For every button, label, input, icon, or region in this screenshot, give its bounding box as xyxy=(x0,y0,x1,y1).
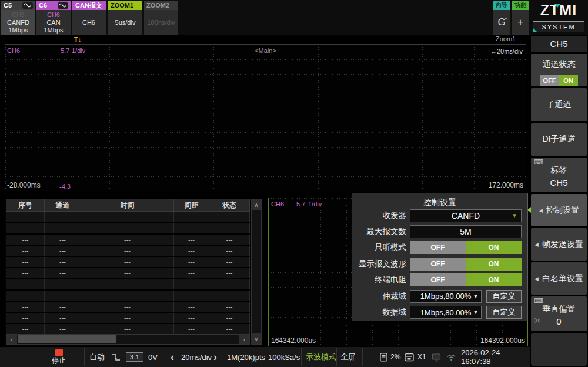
table-cell: --- xyxy=(81,245,174,256)
table-row[interactable]: --------------- xyxy=(6,323,250,335)
tab-c5[interactable]: C5 CH5 CANFD 1Mbps xyxy=(1,1,35,35)
table-row[interactable]: --------------- xyxy=(6,279,250,290)
trigger-source-box[interactable]: 3-1 xyxy=(126,347,143,367)
max-frames-input[interactable]: 5M xyxy=(410,225,522,238)
sidebar-channel-state[interactable]: 通道状态 OFF ON xyxy=(531,54,587,86)
trigger-position-marker[interactable]: T↓ xyxy=(74,36,81,43)
table-cell: --- xyxy=(209,212,250,223)
trigger-mode-auto[interactable]: 自动 xyxy=(89,347,105,367)
trigger-edge-icon xyxy=(111,347,121,367)
tab-can-message-title: CAN报文 xyxy=(75,1,102,10)
transceiver-select[interactable]: CANFD ▼ xyxy=(410,209,522,222)
toggle-on[interactable]: ON xyxy=(466,258,522,271)
max-frames-value: 5M xyxy=(410,225,522,238)
table-row[interactable]: --------------- xyxy=(6,290,250,301)
table-row[interactable]: --------------- xyxy=(6,245,250,256)
record-length-value[interactable]: 1M(20k)pts xyxy=(227,347,265,367)
sample-rate-value[interactable]: 100kSa/s xyxy=(268,347,300,367)
table-cell: --- xyxy=(6,312,45,323)
tab-can-message[interactable]: CAN报文 CH6 xyxy=(72,1,106,35)
table-cell: --- xyxy=(209,234,250,245)
guide-header: 向导 xyxy=(493,1,510,10)
sidebar-tag[interactable]: ⌨ 标签 CH5 xyxy=(531,158,587,192)
table-cell: --- xyxy=(174,323,209,335)
table-row[interactable]: --------------- xyxy=(6,223,250,234)
toggle-on[interactable]: ON xyxy=(466,273,522,286)
table-cell: --- xyxy=(174,223,209,234)
data-field-select[interactable]: 1Mbps,80.00% ▼ xyxy=(410,306,482,319)
table-row[interactable]: --------------- xyxy=(6,234,250,245)
scroll-right-button[interactable]: › xyxy=(239,335,249,344)
table-row[interactable]: --------------- xyxy=(6,268,250,279)
zoom-time-right: 164392.000us xyxy=(480,336,525,345)
toggle-off[interactable]: OFF xyxy=(410,258,466,271)
tab-c6-channel: CH6 xyxy=(36,11,71,19)
scroll-up-button[interactable]: ∧ xyxy=(252,199,261,210)
arbitration-custom-button[interactable]: 自定义 xyxy=(486,290,522,303)
trigger-level-value[interactable]: 0V xyxy=(148,347,158,367)
horizontal-scroll-thumb[interactable] xyxy=(18,335,116,343)
table-cell: --- xyxy=(81,212,174,223)
vertical-scrollbar[interactable]: ∧ ∨ xyxy=(251,199,262,345)
system-button-label: SYSTEM xyxy=(542,24,575,31)
timebase-value[interactable]: 20ms/div xyxy=(181,347,212,367)
table-row[interactable]: --------------- xyxy=(6,256,250,268)
toggle-on[interactable]: ON xyxy=(466,241,522,254)
toggle-off[interactable]: OFF xyxy=(540,75,559,86)
table-cell: --- xyxy=(174,312,209,323)
divider xyxy=(362,348,363,366)
sidebar-di-sub-channel[interactable]: DI子通道 xyxy=(531,123,587,156)
terminal-resistor-toggle[interactable]: OFF ON xyxy=(410,273,522,286)
tab-c5-header: C5 xyxy=(1,1,35,10)
storage-mult-value[interactable]: X1 xyxy=(417,347,426,367)
toggle-off[interactable]: OFF xyxy=(410,241,466,254)
arbitration-value: 1Mbps,80.00% xyxy=(410,290,482,303)
table-row[interactable]: --------------- xyxy=(6,212,250,223)
tab-c5-body: CH5 CANFD 1Mbps xyxy=(1,10,35,35)
main-waveform-area[interactable]: CH6 5.7 1/div <Main> ↔20ms/div -28.000ms… xyxy=(5,44,526,191)
sidebar-sub-channel[interactable]: 子通道 xyxy=(531,88,587,121)
listen-only-toggle[interactable]: OFF ON xyxy=(410,241,522,254)
table-cell: --- xyxy=(209,223,250,234)
scope-mode-label[interactable]: 示波模式 xyxy=(306,347,336,367)
timebase-decrease-button[interactable]: ‹ xyxy=(171,347,174,367)
divider xyxy=(222,348,222,366)
message-list-panel: 序号通道时间间距状态 -----------------------------… xyxy=(5,199,262,346)
scroll-down-button[interactable]: ∨ xyxy=(252,333,261,344)
sidebar-vertical-offset[interactable]: ⌨ Ⓑ 垂直偏置 0 xyxy=(531,296,587,331)
terminal-resistor-row: 终端电阻 OFF ON xyxy=(352,272,527,288)
tab-c5-title: C5 xyxy=(4,2,12,9)
channel-state-toggle[interactable]: OFF ON xyxy=(540,75,578,86)
toggle-off[interactable]: OFF xyxy=(410,273,466,286)
main-trigger-pos: -4.3 xyxy=(59,183,71,190)
system-button[interactable]: SYSTEM xyxy=(533,21,584,32)
run-stop-control[interactable]: 停止 xyxy=(46,348,72,365)
timebase-increase-button[interactable]: › xyxy=(213,347,217,367)
table-cell: --- xyxy=(209,301,250,312)
tab-zoom2[interactable]: ZOOM2 100ns/div xyxy=(144,1,178,35)
arbitration-select[interactable]: 1Mbps,80.00% ▼ xyxy=(410,290,482,303)
show-frame-wave-toggle[interactable]: OFF ON xyxy=(410,258,522,271)
sidebar-frame-send-settings[interactable]: ◀帧发送设置 xyxy=(531,228,587,261)
sidebar-whitelist-settings[interactable]: ◀白名单设置 xyxy=(531,262,587,295)
spacer-line xyxy=(72,11,106,19)
table-cell: --- xyxy=(81,301,174,312)
table-cell: --- xyxy=(81,312,174,323)
table-row[interactable]: --------------- xyxy=(6,312,250,323)
max-frames-label: 最大报文数 xyxy=(352,226,406,237)
tab-c6[interactable]: C6 CH6 CAN 1Mbps xyxy=(36,1,71,35)
table-header-cell: 时间 xyxy=(81,199,174,212)
guide-button[interactable]: 向导 G xyxy=(493,1,510,35)
tab-zoom1[interactable]: ZOOM1 5us/div xyxy=(108,1,142,35)
tab-zoom2-body: 100ns/div xyxy=(144,10,178,35)
scroll-left-button[interactable]: ‹ xyxy=(6,335,17,344)
fullscreen-button[interactable]: 全屏 xyxy=(340,347,356,367)
data-field-custom-button[interactable]: 自定义 xyxy=(486,306,522,319)
sidebar-control-settings[interactable]: ◀控制设置 xyxy=(531,194,587,226)
horizontal-scrollbar[interactable]: ‹ › xyxy=(6,334,250,345)
toggle-on[interactable]: ON xyxy=(559,75,578,86)
table-row[interactable]: --------------- xyxy=(6,301,250,312)
function-button[interactable]: 功能 + xyxy=(512,1,529,35)
zoom-channel-label: CH6 xyxy=(271,201,284,208)
dialog-title: 控制设置 xyxy=(352,193,527,208)
